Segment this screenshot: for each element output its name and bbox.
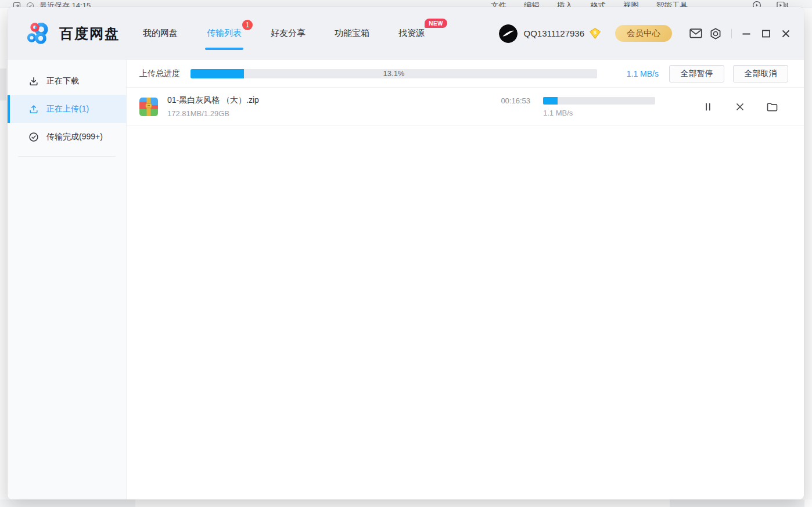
row-actions [702, 100, 778, 113]
maximize-button[interactable] [759, 26, 774, 41]
background-bottom-left [0, 499, 135, 507]
transfer-content: 上传总进度 13.1% 1.1 MB/s 全部暂停 全部取消 01-黑白灰风格 … [127, 60, 804, 499]
new-tag-badge: NEW [425, 19, 447, 28]
vip-dollar-badge[interactable]: $ [589, 27, 601, 39]
sidebar-item-completed[interactable]: 传输完成(999+) [8, 123, 126, 151]
tab-transfer-list-label: 传输列表 [207, 28, 242, 38]
check-circle-icon [28, 132, 39, 142]
background-bottom-mid [135, 499, 670, 507]
window-header: 百度网盘 我的网盘 传输列表 1 好友分享 功能宝箱 找资源 NEW [8, 7, 804, 60]
file-progress-bar [543, 97, 655, 105]
baidu-netdisk-window: 百度网盘 我的网盘 传输列表 1 好友分享 功能宝箱 找资源 NEW [8, 7, 804, 499]
close-button[interactable] [778, 26, 793, 41]
download-icon [28, 76, 39, 87]
tab-find-resources-label: 找资源 [398, 28, 425, 38]
member-center-button[interactable]: 会员中心 [615, 25, 672, 42]
window-controls [739, 26, 793, 41]
total-progress-bar: 13.1% [191, 69, 597, 78]
tab-find-resources[interactable]: 找资源 NEW [397, 24, 426, 42]
active-tab-underline [205, 48, 243, 50]
cancel-task-icon[interactable] [734, 100, 746, 113]
file-progress-fill [543, 97, 558, 105]
mail-icon[interactable] [688, 26, 703, 41]
background-left-panel-fragment [0, 69, 6, 100]
sidebar-item-label: 正在上传(1) [46, 104, 89, 114]
upload-summary-row: 上传总进度 13.1% 1.1 MB/s 全部暂停 全部取消 [127, 60, 804, 88]
total-progress-label: 上传总进度 [139, 69, 180, 79]
tab-transfer-list[interactable]: 传输列表 1 [206, 24, 243, 42]
file-meta: 01-黑白灰风格 （大）.zip 172.81MB/1.29GB [167, 95, 259, 118]
sidebar: 正在下载 正在上传(1) 传输完成(999+) [8, 60, 127, 499]
file-name: 01-黑白灰风格 （大）.zip [167, 95, 259, 106]
pause-all-button[interactable]: 全部暂停 [669, 65, 724, 82]
minimize-button[interactable] [739, 26, 754, 41]
svg-text:$: $ [594, 29, 597, 35]
sidebar-divider [18, 156, 116, 157]
open-folder-icon[interactable] [766, 100, 778, 113]
baidu-netdisk-logo-icon [26, 21, 52, 45]
tab-friend-share[interactable]: 好友分享 [270, 24, 307, 42]
settings-icon[interactable] [708, 26, 723, 41]
sidebar-item-label: 正在下载 [46, 76, 79, 87]
background-right-sliver [804, 8, 812, 499]
time-remaining: 00:16:53 [501, 97, 530, 105]
sidebar-item-uploading[interactable]: 正在上传(1) [8, 95, 126, 123]
upload-icon [28, 104, 39, 114]
file-speed: 1.1 MB/s [543, 109, 655, 117]
sidebar-item-downloading[interactable]: 正在下载 [8, 67, 126, 95]
background-bottom-right [670, 499, 804, 507]
file-size: 172.81MB/1.29GB [167, 109, 259, 118]
app-title: 百度网盘 [59, 24, 120, 43]
transfer-count-badge: 1 [242, 20, 253, 30]
transfer-row[interactable]: 01-黑白灰风格 （大）.zip 172.81MB/1.29GB 00:16:5… [127, 88, 804, 126]
username[interactable]: QQ1311127936 [523, 28, 584, 38]
file-progress-area: 00:16:53 1.1 MB/s [501, 97, 655, 117]
pause-task-icon[interactable] [702, 100, 714, 113]
user-area: QQ1311127936 $ 会员中心 [499, 24, 793, 43]
tab-toolbox[interactable]: 功能宝箱 [333, 24, 371, 42]
zip-file-icon [139, 98, 158, 116]
tab-friend-share-label: 好友分享 [271, 28, 306, 38]
sidebar-item-label: 传输完成(999+) [46, 132, 103, 142]
cancel-all-button[interactable]: 全部取消 [733, 65, 788, 82]
main-nav: 我的网盘 传输列表 1 好友分享 功能宝箱 找资源 NEW [142, 24, 426, 42]
tab-toolbox-label: 功能宝箱 [335, 28, 369, 38]
header-divider [731, 29, 732, 38]
tab-my-drive-label: 我的网盘 [143, 28, 178, 38]
total-progress-percent: 13.1% [191, 69, 597, 78]
total-speed: 1.1 MB/s [612, 69, 659, 78]
tab-my-drive[interactable]: 我的网盘 [142, 24, 179, 42]
avatar[interactable] [499, 24, 518, 43]
app-logo[interactable]: 百度网盘 [26, 21, 120, 45]
transfer-list-empty-area [127, 126, 804, 499]
